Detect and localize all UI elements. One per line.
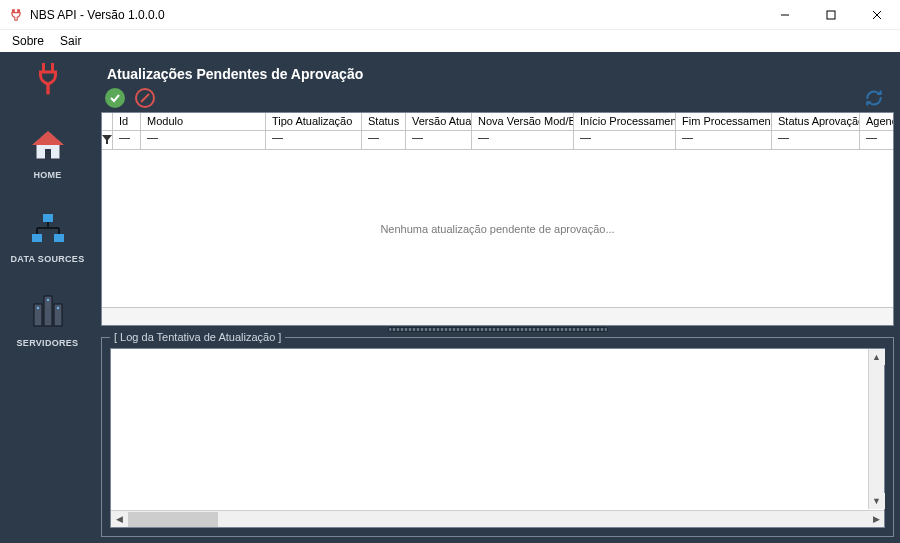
svg-point-24 <box>56 307 58 309</box>
column-header[interactable]: Início Processamento— <box>574 113 676 149</box>
column-header[interactable]: Id— <box>113 113 141 149</box>
column-filter-cell[interactable]: — <box>574 131 675 149</box>
scroll-right-icon[interactable]: ▶ <box>868 511 884 527</box>
column-label: Início Processamento <box>574 113 675 131</box>
svg-marker-10 <box>32 131 64 145</box>
column-label: Status Aprovação <box>772 113 859 131</box>
sidebar-item-servidores[interactable]: SERVIDORES <box>0 290 95 350</box>
column-header[interactable]: Modulo— <box>141 113 266 149</box>
sidebar-item-home[interactable]: HOME <box>0 122 95 182</box>
splitter-grip-icon <box>388 327 608 332</box>
scroll-left-icon[interactable]: ◀ <box>111 511 127 527</box>
menubar: Sobre Sair <box>0 30 900 52</box>
column-filter-cell[interactable]: — <box>676 131 771 149</box>
svg-marker-26 <box>102 135 112 144</box>
column-filter-cell[interactable]: — <box>362 131 405 149</box>
check-icon <box>109 92 121 104</box>
home-icon <box>27 124 69 166</box>
column-filter-cell[interactable]: — <box>266 131 361 149</box>
filter-icon[interactable] <box>102 131 112 149</box>
svg-rect-12 <box>43 214 53 222</box>
svg-line-25 <box>141 94 149 102</box>
column-label: Fim Processamento <box>676 113 771 131</box>
scroll-down-icon[interactable]: ▼ <box>869 493 885 509</box>
log-h-scrollbar[interactable]: ◀ ▶ <box>111 510 884 527</box>
sidebar-plug-icon <box>28 58 68 98</box>
column-filter-cell[interactable]: — <box>472 131 573 149</box>
menu-sobre[interactable]: Sobre <box>4 32 52 50</box>
svg-rect-13 <box>32 234 42 242</box>
grid-empty-message: Nenhuma atualização pendente de aprovaçã… <box>380 223 614 235</box>
grid-header: Id—Modulo—Tipo Atualização—Status—Versão… <box>102 113 893 150</box>
prohibit-icon <box>137 90 153 106</box>
refresh-button[interactable] <box>864 88 884 108</box>
close-button[interactable] <box>854 0 900 30</box>
sidebar: HOME DATA SOURCES <box>0 52 95 543</box>
filter-column[interactable] <box>102 113 113 149</box>
scroll-thumb[interactable] <box>128 512 218 527</box>
svg-rect-14 <box>54 234 64 242</box>
log-group: [ Log da Tentativa de Atualização ] ◀ ▶ … <box>101 337 894 537</box>
log-v-scrollbar[interactable]: ▲ ▼ <box>868 349 884 509</box>
approve-button[interactable] <box>105 88 125 108</box>
sidebar-item-label: SERVIDORES <box>17 338 79 348</box>
column-filter-cell[interactable]: — <box>772 131 859 149</box>
scroll-up-icon[interactable]: ▲ <box>869 349 885 365</box>
column-filter-cell[interactable]: — <box>141 131 265 149</box>
titlebar: NBS API - Versão 1.0.0.0 <box>0 0 900 30</box>
svg-point-22 <box>46 299 48 301</box>
datasources-icon <box>27 208 69 250</box>
column-header[interactable]: Nova Versão Mod/Bd— <box>472 113 574 149</box>
log-area: ◀ ▶ <box>110 348 885 528</box>
column-label: Status <box>362 113 405 131</box>
column-label: Tipo Atualização <box>266 113 361 131</box>
svg-rect-11 <box>45 149 51 159</box>
column-label: Modulo <box>141 113 265 131</box>
column-label: Nova Versão Mod/Bd <box>472 113 573 131</box>
toolbar <box>105 88 894 108</box>
menu-sair[interactable]: Sair <box>52 32 89 50</box>
column-filter-cell[interactable]: — <box>113 131 140 149</box>
sidebar-item-label: DATA SOURCES <box>11 254 85 264</box>
servers-icon <box>27 292 69 334</box>
column-label: Agendado pelo Aprov. <box>860 113 893 131</box>
app-plug-icon <box>8 7 24 23</box>
svg-rect-3 <box>827 11 835 19</box>
svg-point-23 <box>36 307 38 309</box>
panel-title: Atualizações Pendentes de Aprovação <box>107 66 894 82</box>
column-header[interactable]: Tipo Atualização— <box>266 113 362 149</box>
sidebar-item-label: HOME <box>33 170 61 180</box>
column-filter-cell[interactable]: — <box>860 131 893 149</box>
column-header[interactable]: Versão Atual— <box>406 113 472 149</box>
grid-body: Nenhuma atualização pendente de aprovaçã… <box>102 150 893 307</box>
column-filter-cell[interactable]: — <box>406 131 471 149</box>
refresh-icon <box>864 88 884 108</box>
log-text[interactable] <box>111 349 884 510</box>
content-panel: Atualizações Pendentes de Aprovação <box>95 52 900 543</box>
window-controls <box>762 0 900 30</box>
app-body: HOME DATA SOURCES <box>0 52 900 543</box>
updates-grid: Id—Modulo—Tipo Atualização—Status—Versão… <box>101 112 894 326</box>
column-label: Id <box>113 113 140 131</box>
reject-button[interactable] <box>135 88 155 108</box>
window-title: NBS API - Versão 1.0.0.0 <box>30 8 165 22</box>
column-header[interactable]: Status— <box>362 113 406 149</box>
grid-footer <box>102 307 893 325</box>
log-legend: [ Log da Tentativa de Atualização ] <box>110 331 285 343</box>
sidebar-item-datasources[interactable]: DATA SOURCES <box>0 206 95 266</box>
column-header[interactable]: Agendado pelo Aprov.— <box>860 113 893 149</box>
column-label: Versão Atual <box>406 113 471 131</box>
column-header[interactable]: Fim Processamento— <box>676 113 772 149</box>
maximize-button[interactable] <box>808 0 854 30</box>
minimize-button[interactable] <box>762 0 808 30</box>
column-header[interactable]: Status Aprovação— <box>772 113 860 149</box>
